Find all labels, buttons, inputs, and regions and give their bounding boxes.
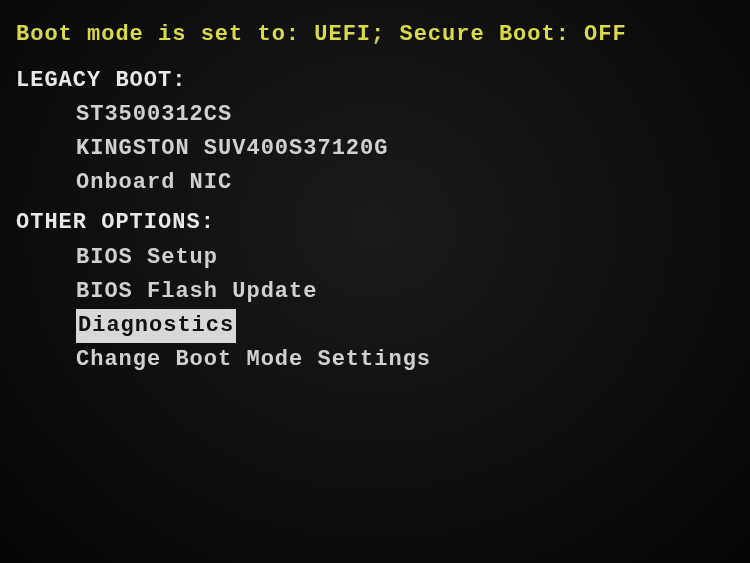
other-options-header: OTHER OPTIONS:: [16, 206, 734, 240]
secure-boot-label: Secure Boot:: [399, 22, 569, 47]
boot-menu-screen: Boot mode is set to: UEFI; Secure Boot: …: [0, 0, 750, 395]
legacy-boot-header: LEGACY BOOT:: [16, 64, 734, 98]
status-prefix: Boot mode is set to:: [16, 22, 300, 47]
other-option-bios-setup[interactable]: BIOS Setup: [76, 241, 734, 275]
legacy-boot-item[interactable]: Onboard NIC: [76, 166, 734, 200]
status-mode: UEFI: [314, 22, 371, 47]
other-option-bios-flash-update[interactable]: BIOS Flash Update: [76, 275, 734, 309]
boot-mode-status: Boot mode is set to: UEFI; Secure Boot: …: [16, 18, 734, 52]
secure-boot-state: OFF: [584, 22, 627, 47]
status-separator: ;: [371, 22, 385, 47]
other-option-change-boot-mode[interactable]: Change Boot Mode Settings: [76, 343, 734, 377]
legacy-boot-item[interactable]: ST3500312CS: [76, 98, 734, 132]
legacy-boot-item[interactable]: KINGSTON SUV400S37120G: [76, 132, 734, 166]
other-option-diagnostics[interactable]: Diagnostics: [76, 309, 236, 343]
